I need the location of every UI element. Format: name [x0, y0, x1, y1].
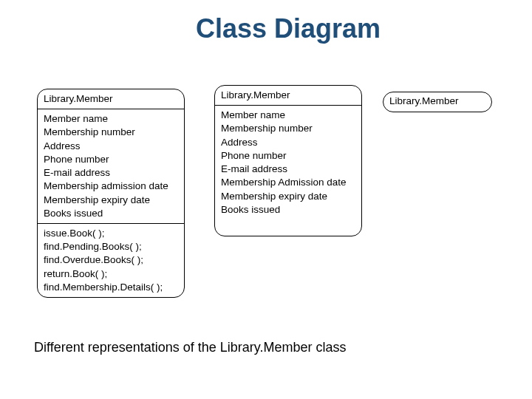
attribute: Membership expiry date [221, 190, 355, 203]
attribute: Membership expiry date [44, 194, 178, 207]
attributes-compartment: Member name Membership number Address Ph… [215, 105, 361, 219]
uml-class-full: Library.Member Member name Membership nu… [37, 89, 185, 298]
attributes-compartment: Member name Membership number Address Ph… [38, 109, 184, 223]
operation: find.Membership.Details( ); [44, 281, 178, 294]
class-name-compartment: Library.Member [215, 86, 361, 105]
attribute: Membership Admission date [221, 176, 355, 189]
attribute: E-mail address [44, 166, 178, 180]
attribute: Books issued [44, 207, 178, 220]
attribute: Books issued [221, 203, 355, 216]
attribute: Address [44, 140, 178, 153]
operation: return.Book( ); [44, 267, 178, 281]
uml-class-name-only: Library.Member [383, 92, 492, 112]
diagram-caption: Different representations of the Library… [34, 340, 347, 355]
attribute: Member name [221, 109, 355, 122]
operation: find.Overdue.Books( ); [44, 253, 178, 267]
attribute: E-mail address [221, 163, 355, 176]
attribute: Membership number [221, 122, 355, 135]
attribute: Phone number [44, 153, 178, 166]
operation: issue.Book( ); [44, 227, 178, 240]
class-name: Library.Member [389, 95, 459, 106]
page-title: Class Diagram [0, 0, 532, 44]
attribute: Membership admission date [44, 180, 178, 193]
attribute: Address [221, 136, 355, 149]
class-name: Library.Member [44, 93, 113, 104]
class-name-compartment: Library.Member [38, 89, 184, 109]
class-name-compartment: Library.Member [383, 92, 491, 110]
attribute: Membership number [44, 126, 178, 139]
uml-class-attributes-only: Library.Member Member name Membership nu… [214, 85, 362, 236]
attribute: Phone number [221, 149, 355, 163]
operation: find.Pending.Books( ); [44, 240, 178, 253]
class-name: Library.Member [221, 89, 290, 100]
operations-compartment: issue.Book( ); find.Pending.Books( ); fi… [38, 223, 184, 297]
attribute: Member name [44, 112, 178, 126]
diagram-canvas: Library.Member Member name Membership nu… [0, 44, 532, 384]
